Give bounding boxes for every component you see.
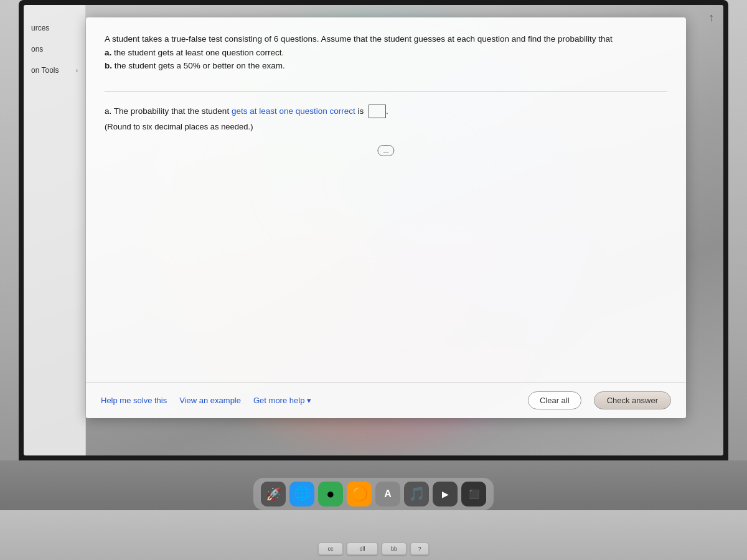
clear-all-button[interactable]: Clear all bbox=[528, 391, 581, 409]
content-panel: A student takes a true-false test consis… bbox=[86, 17, 686, 418]
cursor-icon: ↑ bbox=[708, 11, 714, 24]
media-symbol: ▶ bbox=[442, 489, 449, 499]
part-a-label: a. the student gets at least one questio… bbox=[105, 48, 284, 57]
answer-part-a-suffix: is bbox=[355, 106, 366, 115]
key-question-label: ? bbox=[418, 546, 421, 552]
part-b-label: b. the student gets a 50% or better on t… bbox=[105, 61, 285, 70]
browser-symbol: 🌐 bbox=[294, 486, 311, 502]
answer-part-a-prefix: a. The probability that the student bbox=[105, 106, 232, 115]
chevron-right-icon: › bbox=[76, 67, 78, 74]
sidebar-item-on-tools[interactable]: on Tools › bbox=[24, 60, 85, 81]
music-symbol: 🎵 bbox=[408, 486, 425, 502]
view-example-button[interactable]: View an example bbox=[179, 396, 241, 405]
apps-symbol: ● bbox=[326, 486, 334, 502]
period: . bbox=[386, 106, 388, 115]
part-a-answer-area: a. The probability that the student gets… bbox=[105, 105, 667, 118]
keyboard-area: cc dll bb ? bbox=[0, 510, 747, 560]
round-note: (Round to six decimal places as needed.) bbox=[105, 122, 667, 131]
a-symbol: A bbox=[384, 488, 392, 500]
part-b-bold-label: b. bbox=[105, 61, 112, 70]
screen-content: ↑ › urces ons on Tools › bbox=[24, 5, 723, 455]
dock-icon-launchpad[interactable]: 🚀 bbox=[261, 482, 286, 506]
launchpad-symbol: 🚀 bbox=[266, 487, 281, 502]
bottom-toolbar: Help me solve this View an example Get m… bbox=[86, 382, 686, 418]
divider bbox=[105, 91, 667, 92]
key-bb[interactable]: bb bbox=[382, 543, 406, 555]
check-answer-button[interactable]: Check answer bbox=[594, 391, 671, 409]
misc-symbol: ⬛ bbox=[469, 489, 479, 499]
dock-icon-browser[interactable]: 🌐 bbox=[289, 482, 314, 506]
more-options-icon[interactable]: ... bbox=[377, 145, 394, 156]
get-more-help-button[interactable]: Get more help ▾ bbox=[253, 396, 311, 405]
sidebar-item-ons[interactable]: ons bbox=[24, 39, 85, 60]
dock-icon-a[interactable]: A bbox=[375, 482, 400, 506]
dock-icon-mail[interactable]: 🟠 bbox=[347, 482, 372, 506]
key-cc[interactable]: cc bbox=[318, 543, 343, 555]
sidebar-item-ons-label: ons bbox=[31, 45, 43, 54]
answer-part-a-highlight: gets at least one question correct bbox=[232, 106, 355, 115]
part-a-bold-label: a. bbox=[105, 48, 111, 57]
key-dll-label: dll bbox=[359, 546, 365, 552]
key-dll[interactable]: dll bbox=[347, 543, 378, 555]
question-intro: A student takes a true-false test consis… bbox=[105, 32, 667, 73]
mail-symbol: 🟠 bbox=[351, 486, 368, 502]
help-me-solve-button[interactable]: Help me solve this bbox=[101, 396, 167, 405]
key-bb-label: bb bbox=[391, 546, 397, 552]
dock-icon-apps[interactable]: ● bbox=[318, 482, 343, 506]
key-question[interactable]: ? bbox=[410, 543, 429, 555]
sidebar-item-urces-label: urces bbox=[31, 24, 49, 32]
macbook-outer: ↑ › urces ons on Tools › bbox=[0, 0, 747, 560]
dock-icon-music[interactable]: 🎵 bbox=[404, 482, 429, 506]
dock-icon-misc[interactable]: ⬛ bbox=[461, 482, 486, 506]
sidebar-item-on-tools-label: on Tools bbox=[31, 66, 59, 75]
dock-icon-media[interactable]: ▶ bbox=[433, 482, 458, 506]
part-b-text: the student gets a 50% or better on the … bbox=[115, 61, 285, 70]
answer-input-box[interactable] bbox=[369, 105, 386, 118]
question-intro-text: A student takes a true-false test consis… bbox=[105, 34, 613, 44]
panel-body: A student takes a true-false test consis… bbox=[86, 17, 686, 144]
key-cc-label: cc bbox=[328, 546, 334, 552]
screen-bezel: ↑ › urces ons on Tools › bbox=[19, 0, 728, 460]
sidebar-item-urces[interactable]: urces bbox=[24, 17, 85, 39]
sidebar: urces ons on Tools › bbox=[24, 5, 86, 455]
dock: 🚀 🌐 ● 🟠 A 🎵 ▶ ⬛ bbox=[253, 478, 494, 510]
part-a-text: the student gets at least one question c… bbox=[114, 48, 284, 57]
